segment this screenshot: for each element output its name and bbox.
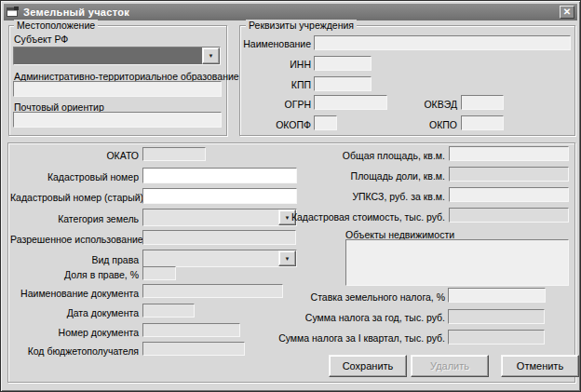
subject-rf-value	[17, 49, 201, 62]
inn-input[interactable]	[314, 56, 372, 71]
okopf-input[interactable]	[314, 115, 337, 130]
subject-rf-combobox[interactable]: ▼	[13, 47, 221, 65]
budget-recipient-code-label: Код бюджетополучателя	[10, 345, 139, 357]
document-date-label: Дата документа	[10, 307, 139, 318]
cadastral-value-input[interactable]	[449, 208, 569, 223]
okpo-input[interactable]	[461, 115, 504, 130]
okved-label: ОКВЭД	[392, 99, 457, 110]
ogrn-label: ОГРН	[241, 99, 311, 110]
right-type-value	[146, 252, 277, 265]
permitted-use-label: Разрешенное использование	[10, 234, 139, 245]
window-title: Земельный участок	[23, 7, 129, 18]
kpp-input[interactable]	[314, 76, 372, 91]
land-tax-rate-input[interactable]	[448, 288, 546, 303]
total-area-label: Общая площадь, кв.м.	[271, 150, 445, 161]
postal-landmark-input[interactable]	[13, 112, 222, 128]
document-date-input[interactable]	[142, 304, 195, 318]
land-category-label: Категория земель	[10, 213, 139, 224]
right-type-label: Вид права	[10, 254, 139, 265]
tax-year-sum-label: Сумма налога за год, тыс. руб.	[271, 312, 445, 323]
right-type-dropdown-button[interactable]: ▼	[278, 250, 296, 266]
budget-recipient-code-input[interactable]	[142, 342, 245, 356]
tax-year-sum-input[interactable]	[448, 309, 545, 324]
land-plot-dialog: Земельный участок ✕ Местоположение Субъе…	[0, 0, 581, 392]
ogrn-input[interactable]	[314, 95, 387, 110]
document-number-input[interactable]	[142, 323, 240, 337]
close-button[interactable]: ✕	[560, 6, 574, 19]
land-category-value	[146, 211, 277, 224]
institution-name-input[interactable]	[314, 35, 571, 50]
institution-group-title: Реквизиты учреждения	[246, 20, 357, 31]
share-in-right-input[interactable]	[142, 266, 176, 280]
share-area-input[interactable]	[449, 167, 569, 182]
close-icon: ✕	[563, 7, 571, 17]
okato-label: ОКАТО	[10, 150, 139, 161]
okato-input[interactable]	[142, 147, 206, 161]
document-name-input[interactable]	[142, 284, 283, 298]
cancel-button[interactable]: Отменить	[501, 355, 579, 377]
subject-rf-dropdown-button[interactable]: ▼	[202, 47, 220, 64]
delete-button[interactable]: Удалить	[411, 355, 489, 377]
subject-rf-label: Субъект РФ	[14, 34, 68, 45]
form-icon	[7, 7, 19, 18]
upksz-input[interactable]	[449, 187, 569, 202]
document-number-label: Номер документа	[10, 327, 139, 338]
document-name-label: Наименование документа	[10, 288, 139, 299]
cadastral-number-label: Кадастровый номер	[10, 171, 139, 182]
permitted-use-input[interactable]	[142, 230, 296, 245]
real-estate-objects-listbox[interactable]	[345, 239, 569, 286]
cadastral-value-label: Кадастровая стоимость, тыс. руб.	[271, 211, 445, 223]
tax-q1-sum-label: Сумма налога за I квартал, тыс. руб.	[271, 332, 445, 344]
institution-name-label: Наименование	[241, 38, 311, 49]
title-bar[interactable]: Земельный участок ✕	[4, 4, 577, 20]
location-group-title: Местоположение	[14, 20, 98, 31]
admin-territory-input[interactable]	[13, 81, 222, 97]
okopf-label: ОКОПФ	[241, 119, 311, 130]
total-area-input[interactable]	[449, 146, 569, 161]
chevron-down-icon: ▼	[209, 53, 214, 59]
share-in-right-label: Доля в праве, %	[10, 269, 139, 280]
okpo-label: ОКПО	[392, 119, 457, 130]
right-type-combobox[interactable]: ▼	[142, 250, 297, 267]
share-area-label: Площадь доли, кв.м.	[271, 170, 445, 182]
chevron-down-icon: ▼	[285, 256, 290, 262]
inn-label: ИНН	[241, 59, 311, 70]
upksz-label: УПКСЗ, руб. за кв.м.	[271, 191, 445, 202]
save-button[interactable]: Сохранить	[329, 355, 407, 377]
land-tax-rate-label: Ставка земельного налога, %	[271, 291, 445, 303]
cadastral-number-old-label: Кадастровый номер (старый)	[10, 192, 139, 203]
okved-input[interactable]	[461, 95, 504, 110]
tax-q1-sum-input[interactable]	[448, 330, 545, 345]
kpp-label: КПП	[241, 79, 311, 90]
